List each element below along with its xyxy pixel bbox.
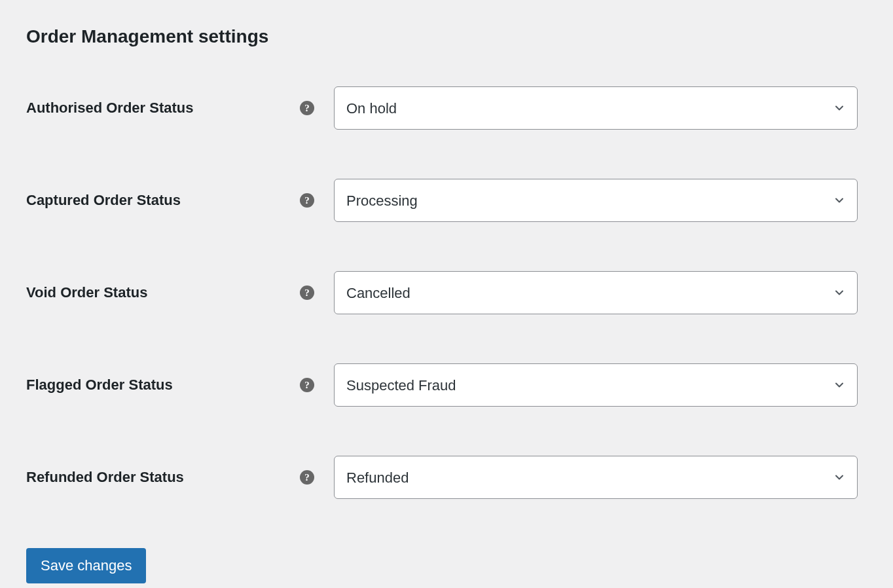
setting-label-wrap: Flagged Order Status ? — [26, 377, 334, 394]
setting-label-wrap: Captured Order Status ? — [26, 192, 334, 209]
setting-label-flagged: Flagged Order Status — [26, 377, 300, 394]
setting-label-captured: Captured Order Status — [26, 192, 300, 209]
help-icon[interactable]: ? — [300, 470, 314, 485]
select-void-status[interactable]: Cancelled — [334, 271, 858, 314]
help-icon[interactable]: ? — [300, 193, 314, 208]
select-wrap-captured: Processing — [334, 179, 858, 222]
setting-row-captured: Captured Order Status ? Processing — [26, 179, 867, 222]
select-wrap-refunded: Refunded — [334, 456, 858, 499]
select-wrap-flagged: Suspected Fraud — [334, 363, 858, 407]
help-icon[interactable]: ? — [300, 378, 314, 392]
setting-label-refunded: Refunded Order Status — [26, 469, 300, 486]
setting-label-authorised: Authorised Order Status — [26, 100, 300, 117]
setting-row-flagged: Flagged Order Status ? Suspected Fraud — [26, 363, 867, 407]
setting-label-wrap: Void Order Status ? — [26, 284, 334, 301]
select-flagged-status[interactable]: Suspected Fraud — [334, 363, 858, 407]
setting-row-authorised: Authorised Order Status ? On hold — [26, 86, 867, 130]
page-title: Order Management settings — [26, 26, 867, 47]
setting-label-void: Void Order Status — [26, 284, 300, 301]
select-wrap-void: Cancelled — [334, 271, 858, 314]
select-refunded-status[interactable]: Refunded — [334, 456, 858, 499]
save-changes-button[interactable]: Save changes — [26, 548, 146, 583]
setting-label-wrap: Authorised Order Status ? — [26, 100, 334, 117]
help-icon[interactable]: ? — [300, 101, 314, 115]
setting-label-wrap: Refunded Order Status ? — [26, 469, 334, 486]
setting-row-refunded: Refunded Order Status ? Refunded — [26, 456, 867, 499]
help-icon[interactable]: ? — [300, 285, 314, 300]
select-authorised-status[interactable]: On hold — [334, 86, 858, 130]
select-wrap-authorised: On hold — [334, 86, 858, 130]
select-captured-status[interactable]: Processing — [334, 179, 858, 222]
setting-row-void: Void Order Status ? Cancelled — [26, 271, 867, 314]
